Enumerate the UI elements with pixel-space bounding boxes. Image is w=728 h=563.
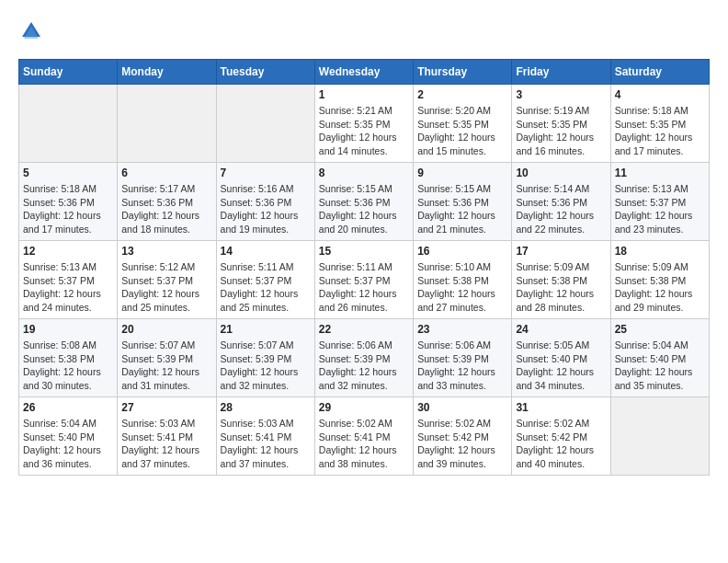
day-number: 13 — [121, 245, 211, 258]
day-info: Sunrise: 5:02 AM Sunset: 5:41 PM Dayligh… — [319, 417, 409, 471]
calendar-cell: 23Sunrise: 5:06 AM Sunset: 5:39 PM Dayli… — [414, 319, 512, 397]
day-info: Sunrise: 5:14 AM Sunset: 5:36 PM Dayligh… — [516, 182, 606, 236]
calendar-cell: 19Sunrise: 5:08 AM Sunset: 5:38 PM Dayli… — [19, 319, 118, 397]
calendar-week-4: 19Sunrise: 5:08 AM Sunset: 5:38 PM Dayli… — [19, 319, 710, 397]
calendar-cell: 29Sunrise: 5:02 AM Sunset: 5:41 PM Dayli… — [314, 397, 413, 476]
calendar-cell — [216, 85, 314, 163]
day-number: 26 — [23, 401, 113, 414]
calendar-header: SundayMondayTuesdayWednesdayThursdayFrid… — [19, 60, 710, 85]
day-number: 10 — [516, 167, 606, 179]
calendar-cell: 13Sunrise: 5:12 AM Sunset: 5:37 PM Dayli… — [118, 241, 216, 319]
calendar-week-2: 5Sunrise: 5:18 AM Sunset: 5:36 PM Daylig… — [19, 163, 710, 241]
day-info: Sunrise: 5:07 AM Sunset: 5:39 PM Dayligh… — [221, 339, 311, 393]
day-number: 5 — [23, 167, 113, 179]
day-info: Sunrise: 5:04 AM Sunset: 5:40 PM Dayligh… — [23, 417, 113, 471]
day-number: 8 — [319, 167, 409, 179]
day-info: Sunrise: 5:08 AM Sunset: 5:38 PM Dayligh… — [23, 339, 113, 393]
calendar-cell: 30Sunrise: 5:02 AM Sunset: 5:42 PM Dayli… — [414, 397, 512, 476]
day-number: 14 — [221, 245, 311, 258]
day-number: 6 — [121, 167, 211, 179]
day-info: Sunrise: 5:19 AM Sunset: 5:35 PM Dayligh… — [516, 104, 606, 158]
day-info: Sunrise: 5:11 AM Sunset: 5:37 PM Dayligh… — [319, 260, 409, 315]
header-day-monday: Monday — [118, 60, 216, 85]
header-day-sunday: Sunday — [19, 60, 118, 85]
calendar-cell: 18Sunrise: 5:09 AM Sunset: 5:38 PM Dayli… — [610, 241, 709, 319]
calendar-cell — [19, 85, 118, 163]
logo-icon — [18, 18, 44, 44]
day-number: 15 — [319, 245, 409, 258]
calendar-cell: 22Sunrise: 5:06 AM Sunset: 5:39 PM Dayli… — [314, 319, 413, 397]
day-number: 12 — [23, 245, 113, 258]
calendar-table: SundayMondayTuesdayWednesdayThursdayFrid… — [18, 59, 710, 476]
day-number: 25 — [615, 323, 705, 336]
header-day-thursday: Thursday — [414, 60, 512, 85]
calendar-cell: 2Sunrise: 5:20 AM Sunset: 5:35 PM Daylig… — [414, 85, 512, 163]
calendar-body: 1Sunrise: 5:21 AM Sunset: 5:35 PM Daylig… — [19, 85, 710, 476]
calendar-cell: 14Sunrise: 5:11 AM Sunset: 5:37 PM Dayli… — [216, 241, 314, 319]
day-info: Sunrise: 5:18 AM Sunset: 5:36 PM Dayligh… — [23, 182, 113, 236]
page-header — [18, 18, 710, 44]
day-number: 23 — [417, 323, 507, 336]
day-info: Sunrise: 5:13 AM Sunset: 5:37 PM Dayligh… — [23, 260, 113, 315]
day-number: 17 — [516, 245, 606, 258]
day-number: 16 — [417, 245, 507, 258]
day-number: 18 — [615, 245, 705, 258]
day-info: Sunrise: 5:16 AM Sunset: 5:36 PM Dayligh… — [221, 182, 311, 236]
day-number: 2 — [417, 88, 507, 101]
day-number: 7 — [221, 167, 311, 179]
calendar-cell: 10Sunrise: 5:14 AM Sunset: 5:36 PM Dayli… — [512, 163, 610, 241]
logo — [18, 18, 50, 44]
calendar-cell: 12Sunrise: 5:13 AM Sunset: 5:37 PM Dayli… — [19, 241, 118, 319]
day-info: Sunrise: 5:20 AM Sunset: 5:35 PM Dayligh… — [417, 104, 507, 158]
day-info: Sunrise: 5:06 AM Sunset: 5:39 PM Dayligh… — [417, 339, 507, 393]
day-info: Sunrise: 5:12 AM Sunset: 5:37 PM Dayligh… — [121, 260, 211, 315]
day-number: 22 — [319, 323, 409, 336]
day-info: Sunrise: 5:17 AM Sunset: 5:36 PM Dayligh… — [121, 182, 211, 236]
calendar-cell: 21Sunrise: 5:07 AM Sunset: 5:39 PM Dayli… — [216, 319, 314, 397]
day-number: 11 — [615, 167, 705, 179]
day-info: Sunrise: 5:02 AM Sunset: 5:42 PM Dayligh… — [417, 417, 507, 471]
calendar-cell: 9Sunrise: 5:15 AM Sunset: 5:36 PM Daylig… — [414, 163, 512, 241]
calendar-cell: 11Sunrise: 5:13 AM Sunset: 5:37 PM Dayli… — [610, 163, 709, 241]
calendar-cell: 27Sunrise: 5:03 AM Sunset: 5:41 PM Dayli… — [118, 397, 216, 476]
calendar-cell: 24Sunrise: 5:05 AM Sunset: 5:40 PM Dayli… — [512, 319, 610, 397]
calendar-cell: 8Sunrise: 5:15 AM Sunset: 5:36 PM Daylig… — [314, 163, 413, 241]
calendar-cell: 31Sunrise: 5:02 AM Sunset: 5:42 PM Dayli… — [512, 397, 610, 476]
calendar-cell: 25Sunrise: 5:04 AM Sunset: 5:40 PM Dayli… — [610, 319, 709, 397]
calendar-week-5: 26Sunrise: 5:04 AM Sunset: 5:40 PM Dayli… — [19, 397, 710, 476]
calendar-cell: 4Sunrise: 5:18 AM Sunset: 5:35 PM Daylig… — [610, 85, 709, 163]
day-info: Sunrise: 5:10 AM Sunset: 5:38 PM Dayligh… — [417, 260, 507, 315]
day-number: 24 — [516, 323, 606, 336]
day-number: 27 — [121, 401, 211, 414]
calendar-week-1: 1Sunrise: 5:21 AM Sunset: 5:35 PM Daylig… — [19, 85, 710, 163]
day-number: 31 — [516, 401, 606, 414]
header-day-tuesday: Tuesday — [216, 60, 314, 85]
day-info: Sunrise: 5:07 AM Sunset: 5:39 PM Dayligh… — [121, 339, 211, 393]
calendar-cell: 28Sunrise: 5:03 AM Sunset: 5:41 PM Dayli… — [216, 397, 314, 476]
day-number: 4 — [615, 88, 705, 101]
day-info: Sunrise: 5:18 AM Sunset: 5:35 PM Dayligh… — [615, 104, 705, 158]
header-day-wednesday: Wednesday — [314, 60, 413, 85]
calendar-cell: 26Sunrise: 5:04 AM Sunset: 5:40 PM Dayli… — [19, 397, 118, 476]
calendar-cell: 6Sunrise: 5:17 AM Sunset: 5:36 PM Daylig… — [118, 163, 216, 241]
day-info: Sunrise: 5:15 AM Sunset: 5:36 PM Dayligh… — [319, 182, 409, 236]
day-info: Sunrise: 5:05 AM Sunset: 5:40 PM Dayligh… — [516, 339, 606, 393]
day-number: 19 — [23, 323, 113, 336]
day-info: Sunrise: 5:02 AM Sunset: 5:42 PM Dayligh… — [516, 417, 606, 471]
day-info: Sunrise: 5:15 AM Sunset: 5:36 PM Dayligh… — [417, 182, 507, 236]
day-number: 3 — [516, 88, 606, 101]
calendar-cell: 20Sunrise: 5:07 AM Sunset: 5:39 PM Dayli… — [118, 319, 216, 397]
day-info: Sunrise: 5:03 AM Sunset: 5:41 PM Dayligh… — [221, 417, 311, 471]
day-info: Sunrise: 5:21 AM Sunset: 5:35 PM Dayligh… — [319, 104, 409, 158]
day-info: Sunrise: 5:06 AM Sunset: 5:39 PM Dayligh… — [319, 339, 409, 393]
day-info: Sunrise: 5:09 AM Sunset: 5:38 PM Dayligh… — [615, 260, 705, 315]
calendar-week-3: 12Sunrise: 5:13 AM Sunset: 5:37 PM Dayli… — [19, 241, 710, 319]
day-info: Sunrise: 5:09 AM Sunset: 5:38 PM Dayligh… — [516, 260, 606, 315]
calendar-cell: 7Sunrise: 5:16 AM Sunset: 5:36 PM Daylig… — [216, 163, 314, 241]
calendar-cell — [610, 397, 709, 476]
day-number: 9 — [417, 167, 507, 179]
calendar-cell: 5Sunrise: 5:18 AM Sunset: 5:36 PM Daylig… — [19, 163, 118, 241]
day-number: 20 — [121, 323, 211, 336]
calendar-cell: 16Sunrise: 5:10 AM Sunset: 5:38 PM Dayli… — [414, 241, 512, 319]
day-info: Sunrise: 5:11 AM Sunset: 5:37 PM Dayligh… — [221, 260, 311, 315]
